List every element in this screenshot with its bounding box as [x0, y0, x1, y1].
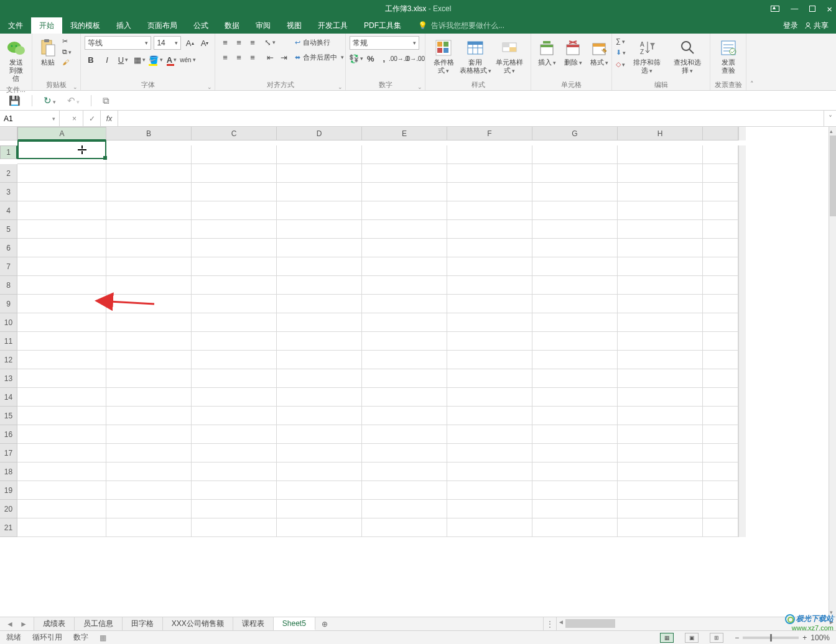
cell[interactable] [703, 444, 738, 462]
format-as-table-button[interactable]: 套用 表格格式▾ [461, 36, 490, 76]
cell[interactable] [618, 518, 703, 537]
row-header[interactable]: 6 [0, 239, 17, 257]
tab-data[interactable]: 数据 [216, 17, 248, 34]
border-icon[interactable]: ▦▾ [133, 53, 146, 66]
cell[interactable] [362, 145, 447, 164]
cell[interactable] [618, 313, 703, 332]
cell[interactable] [192, 351, 277, 369]
login-link[interactable]: 登录 [783, 21, 798, 31]
conditional-format-button[interactable]: 条件格式▾ [429, 36, 458, 76]
cell[interactable] [192, 164, 277, 183]
cell[interactable] [618, 220, 703, 239]
cell[interactable] [362, 276, 447, 295]
percent-icon[interactable]: % [366, 52, 376, 65]
status-record-icon[interactable]: ▦ [100, 633, 106, 642]
cell[interactable] [106, 220, 192, 239]
currency-icon[interactable]: 💱▾ [350, 52, 362, 65]
cell[interactable] [192, 388, 277, 407]
cell[interactable] [532, 481, 618, 500]
cell[interactable] [192, 369, 277, 388]
cell[interactable] [17, 276, 106, 295]
cell[interactable] [703, 332, 738, 351]
cell[interactable] [447, 462, 532, 481]
format-cells-button[interactable]: 格式▾ [587, 36, 611, 68]
cell[interactable] [192, 276, 277, 295]
cell[interactable] [618, 388, 703, 407]
ribbon-options-icon[interactable] [771, 6, 779, 12]
cell[interactable] [106, 407, 192, 425]
cell[interactable] [106, 518, 192, 537]
cell[interactable] [362, 239, 447, 257]
font-name-select[interactable]: 等线▾ [85, 36, 151, 50]
cell[interactable] [532, 313, 618, 332]
cell[interactable] [703, 481, 738, 500]
cell[interactable] [447, 257, 532, 276]
cell[interactable] [532, 407, 618, 425]
cell[interactable] [532, 500, 618, 518]
cell[interactable] [532, 462, 618, 481]
select-all-corner[interactable] [0, 127, 17, 140]
cell[interactable] [447, 164, 532, 183]
sort-filter-button[interactable]: AZ排序和筛选▾ [628, 36, 666, 76]
cell[interactable] [447, 351, 532, 369]
cell[interactable] [703, 500, 738, 518]
cell[interactable] [277, 295, 362, 313]
cell[interactable] [703, 351, 738, 369]
cell[interactable] [618, 145, 703, 164]
cell[interactable] [703, 295, 738, 313]
cell[interactable] [618, 332, 703, 351]
close-icon[interactable]: × [827, 4, 832, 14]
cell[interactable] [17, 239, 106, 257]
shrink-font-icon[interactable]: A▾ [198, 37, 211, 49]
cell[interactable] [362, 369, 447, 388]
cell[interactable] [532, 444, 618, 462]
cell[interactable] [618, 295, 703, 313]
orientation-icon[interactable]: ⤡▾ [264, 36, 276, 48]
cell[interactable] [447, 239, 532, 257]
cell-grid[interactable]: ABCDEFGH12345678910111213141516171819202… [0, 127, 836, 537]
cell[interactable] [277, 164, 362, 183]
row-header[interactable]: 1 [0, 145, 17, 159]
horizontal-scrollbar[interactable]: ◄► [556, 617, 836, 630]
cell[interactable] [618, 183, 703, 201]
cell[interactable] [532, 220, 618, 239]
autosum-icon[interactable]: ∑▾ [616, 37, 626, 45]
cell[interactable] [106, 351, 192, 369]
column-header[interactable]: D [277, 127, 362, 140]
row-header[interactable]: 9 [0, 295, 17, 313]
cell[interactable] [618, 425, 703, 444]
column-header[interactable]: C [192, 127, 277, 140]
cell[interactable] [362, 351, 447, 369]
cell[interactable] [17, 313, 106, 332]
cell[interactable] [447, 444, 532, 462]
cell[interactable] [106, 444, 192, 462]
cell[interactable] [703, 313, 738, 332]
cell[interactable] [277, 145, 362, 164]
cell[interactable] [106, 145, 192, 164]
cell[interactable] [192, 500, 277, 518]
cell[interactable] [703, 257, 738, 276]
cell[interactable] [17, 388, 106, 407]
cell[interactable] [362, 201, 447, 220]
italic-icon[interactable]: I [101, 53, 113, 66]
font-color-icon[interactable]: A▾ [165, 53, 178, 66]
cell[interactable] [17, 481, 106, 500]
cell-styles-button[interactable]: 单元格样式▾ [493, 36, 527, 76]
sheet-nav-prev-icon[interactable]: ◄ [6, 620, 14, 628]
cell[interactable] [277, 388, 362, 407]
column-header[interactable]: A [17, 127, 106, 140]
sheet-tab-sheet5[interactable]: Sheet5 [274, 617, 315, 630]
sheet-nav-next-icon[interactable]: ► [20, 620, 27, 628]
cell[interactable] [192, 462, 277, 481]
zoom-in-icon[interactable]: + [802, 633, 807, 642]
decrease-decimal-icon[interactable]: .0→.00 [409, 52, 421, 65]
row-header[interactable]: 3 [0, 183, 17, 201]
column-header[interactable]: F [447, 127, 532, 140]
tab-file[interactable]: 文件 [0, 17, 31, 34]
cell[interactable] [277, 201, 362, 220]
cell[interactable] [532, 388, 618, 407]
cell[interactable] [703, 518, 738, 537]
cell[interactable] [703, 220, 738, 239]
cell[interactable] [447, 425, 532, 444]
cell[interactable] [447, 183, 532, 201]
